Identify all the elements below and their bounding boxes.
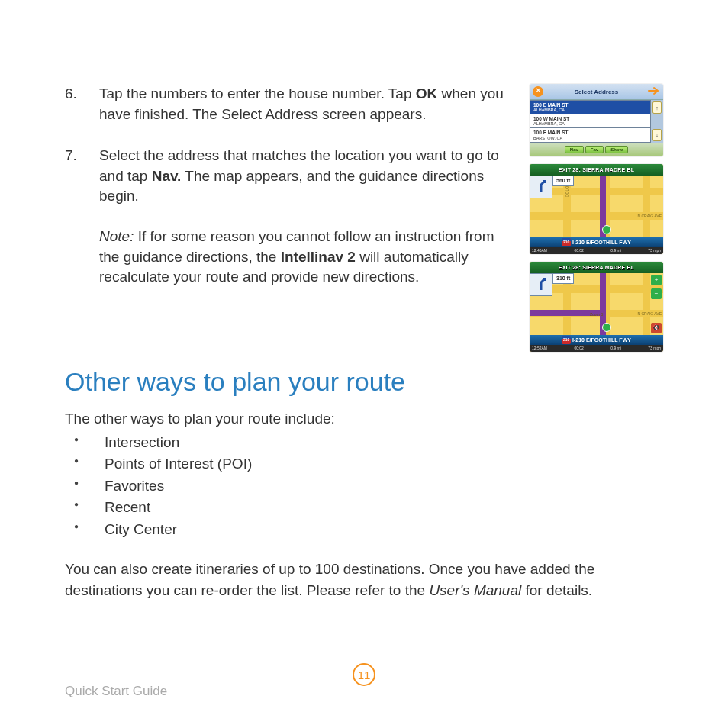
screenshot-title: Select Address xyxy=(575,89,619,95)
map-screenshot-2: EXIT 28: SIERRA MADRE BL N CRAIG AVE 310… xyxy=(530,262,663,352)
list-item: Intersection xyxy=(74,432,663,454)
step-6: 6. Tap the numbers to enter the house nu… xyxy=(65,84,516,124)
list-item: Points of Interest (POI) xyxy=(74,453,663,475)
list-item: Recent xyxy=(74,497,663,519)
list-item: Favorites xyxy=(74,475,663,498)
screenshot-titlebar: Select Address xyxy=(530,84,663,99)
address-list: 100 E MAIN ST ALHAMBRA, CA 100 W MAIN ST… xyxy=(530,99,663,143)
address-row[interactable]: 100 W MAIN ST ALHAMBRA, CA xyxy=(530,114,651,128)
interstate-shield-icon: 210 xyxy=(562,238,571,246)
map-canvas[interactable]: DOLORES ST N CRAIG AVE 560 ft xyxy=(530,176,663,237)
interstate-shield-icon: 210 xyxy=(562,336,571,344)
select-address-screenshot: Select Address 100 E MAIN ST ALHAMBRA, C… xyxy=(530,84,663,156)
screenshots-column: Select Address 100 E MAIN ST ALHAMBRA, C… xyxy=(530,84,663,359)
turn-icon xyxy=(530,176,552,198)
close-icon[interactable] xyxy=(533,86,543,97)
numbered-steps: 6. Tap the numbers to enter the house nu… xyxy=(65,84,516,288)
scroll-down-button[interactable]: ↓ xyxy=(652,129,662,141)
exit-sign: EXIT 28: SIERRA MADRE BL xyxy=(530,164,663,176)
map-canvas[interactable]: N CRAIG AVE 310 ft + − 🔇 Zoom 3 xyxy=(530,273,663,335)
scroll-up-button[interactable]: ↑ xyxy=(652,101,662,114)
status-bar: 12:46AM 00:02 0.9 mi 73 mph xyxy=(530,247,663,254)
vehicle-icon xyxy=(602,225,611,234)
bullet-list: Intersection Points of Interest (POI) Fa… xyxy=(65,432,663,541)
distance-label: 560 ft xyxy=(552,176,574,186)
zoom-label: Zoom 3 xyxy=(590,312,603,317)
distance-label: 310 ft xyxy=(552,273,574,284)
mute-icon[interactable]: 🔇 xyxy=(651,323,662,333)
list-item: City Center xyxy=(74,519,663,541)
nav-label: Nav. xyxy=(152,168,182,184)
footer-label: Quick Start Guide xyxy=(65,684,167,699)
zoom-in-button[interactable]: + xyxy=(651,275,662,285)
note-block: Note: If for some reason you cannot foll… xyxy=(99,227,516,288)
status-bar: 12:52AM 00:02 0.9 mi 73 mph xyxy=(530,345,663,352)
ok-label: OK xyxy=(416,85,438,101)
nav-button[interactable]: Nav xyxy=(565,146,584,153)
step-7: 7. Select the address that matches the l… xyxy=(65,146,516,288)
section-heading: Other ways to plan your route xyxy=(65,367,663,397)
intro-text: The other ways to plan your route includ… xyxy=(65,411,663,427)
step-body: Tap the numbers to enter the house numbe… xyxy=(99,84,516,124)
road-sign: 210 I-210 E/FOOTHILL FWY xyxy=(530,237,663,247)
address-row[interactable]: 100 E MAIN ST ALHAMBRA, CA xyxy=(530,100,651,114)
step-number: 7. xyxy=(65,146,99,288)
step-body: Select the address that matches the loca… xyxy=(99,146,516,288)
show-button[interactable]: Show xyxy=(605,146,628,153)
zoom-out-button[interactable]: − xyxy=(651,288,662,299)
screenshot-button-bar: Nav Fav Show xyxy=(530,143,663,156)
note-label: Note: xyxy=(99,228,134,244)
product-name: Intellinav 2 xyxy=(281,249,356,265)
manual-reference: User's Manual xyxy=(429,582,521,598)
vehicle-icon xyxy=(602,323,611,332)
road-sign: 210 I-210 E/FOOTHILL FWY xyxy=(530,335,663,345)
page-number-badge: 11 xyxy=(353,663,375,686)
step-number: 6. xyxy=(65,84,99,124)
map-screenshot-1: EXIT 28: SIERRA MADRE BL DOLORES ST N CR… xyxy=(530,164,663,254)
address-row[interactable]: 100 E MAIN ST BARSTOW, CA xyxy=(530,128,651,142)
exit-sign: EXIT 28: SIERRA MADRE BL xyxy=(530,262,663,273)
fav-button[interactable]: Fav xyxy=(585,146,604,153)
forward-icon[interactable] xyxy=(648,86,660,95)
closing-paragraph: You can also create itineraries of up to… xyxy=(65,559,663,601)
turn-icon xyxy=(530,273,552,296)
